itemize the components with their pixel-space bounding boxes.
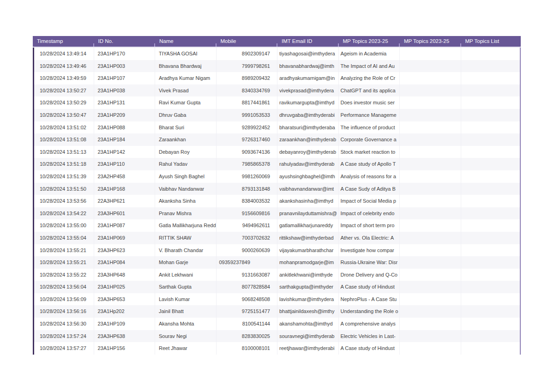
cell-id[interactable]: 22A3HP621 (94, 195, 156, 207)
cell-email[interactable]: vivekprasad@imthydera (277, 84, 339, 97)
cell-email[interactable]: mohanpramodgarje@im (277, 256, 339, 269)
column-header-topic2[interactable]: MP Topics 2023-25 (400, 36, 461, 47)
cell-timestamp[interactable]: 10/28/2024 13:51:50 (33, 183, 94, 195)
cell-topic[interactable]: A Case study of Apollo T (339, 158, 400, 170)
column-header-email[interactable]: IMT Email ID (277, 36, 339, 47)
cell-topics_list[interactable] (461, 330, 521, 343)
cell-id[interactable]: 23A1Hp202 (94, 305, 156, 318)
cell-email[interactable]: bhavanabhardwaj@imth (277, 60, 339, 72)
cell-id[interactable]: 23A1HP038 (94, 84, 156, 97)
cell-mobile[interactable]: 7003702632 (217, 232, 278, 244)
cell-topic[interactable]: Performance Manageme (339, 109, 400, 121)
cell-topic[interactable]: Electric Vehicles in Last- (339, 330, 400, 343)
cell-email[interactable]: tiyashagosai@imthydera (277, 48, 339, 60)
column-header-mobile[interactable]: Mobile (217, 36, 278, 47)
cell-topic2[interactable] (400, 48, 461, 60)
cell-email[interactable]: aradhyakumarnigam@in (277, 72, 339, 84)
cell-timestamp[interactable]: 10/28/2024 13:55:04 (33, 232, 94, 244)
cell-email[interactable]: debayanroy@imthyderab (277, 146, 339, 158)
cell-mobile[interactable]: 7999798261 (217, 60, 278, 72)
column-header-name[interactable]: Name (155, 36, 217, 47)
cell-topics_list[interactable] (461, 183, 521, 195)
cell-name[interactable]: RITTIK SHAW (155, 232, 217, 244)
cell-id[interactable]: 23A1HP087 (94, 219, 156, 232)
cell-id[interactable]: 23A1HP209 (94, 109, 156, 121)
cell-name[interactable]: Dhruv Gaba (155, 109, 217, 121)
cell-topics_list[interactable] (461, 281, 521, 293)
cell-name[interactable]: Ayush Singh Baghel (155, 170, 217, 183)
cell-topic2[interactable] (400, 342, 461, 355)
cell-topics_list[interactable] (461, 219, 521, 232)
cell-timestamp[interactable]: 10/28/2024 13:56:04 (33, 281, 94, 293)
cell-topic[interactable]: Analysis of reasons for a (339, 170, 400, 183)
cell-email[interactable]: ayushsinghbaghel@imth (277, 170, 339, 183)
cell-timestamp[interactable]: 10/28/2024 13:55:21 (33, 244, 94, 257)
cell-id[interactable]: 23A1HP084 (94, 256, 156, 269)
cell-name[interactable]: Mohan Garje (155, 256, 217, 269)
cell-topic[interactable]: Impact of short term pro (339, 219, 400, 232)
cell-topic2[interactable] (400, 330, 461, 343)
cell-topics_list[interactable] (461, 318, 521, 330)
cell-topic2[interactable] (400, 84, 461, 97)
cell-timestamp[interactable]: 10/28/2024 13:57:24 (33, 330, 94, 343)
cell-mobile[interactable]: 9131663087 (217, 269, 278, 281)
cell-id[interactable]: 23A2HP458 (94, 170, 156, 183)
cell-topic[interactable]: Does investor music ser (339, 96, 400, 109)
cell-timestamp[interactable]: 10/28/2024 13:49:59 (33, 72, 94, 84)
cell-mobile[interactable]: 8989209432 (217, 72, 278, 84)
cell-email[interactable]: vaibhavnandanwar@imt (277, 183, 339, 195)
cell-id[interactable]: 23A3HP601 (94, 207, 156, 220)
cell-topic2[interactable] (400, 109, 461, 121)
cell-email[interactable]: zaraankhan@imthyderab (277, 133, 339, 146)
cell-topic[interactable]: Understanding the Role o (339, 305, 400, 318)
cell-topic[interactable]: A comprehensive analys (339, 318, 400, 330)
cell-topics_list[interactable] (461, 158, 521, 170)
cell-mobile[interactable]: 9725151477 (217, 305, 278, 318)
cell-mobile[interactable]: 8384003532 (217, 195, 278, 207)
cell-topic[interactable]: Ather vs. Ola Electric: A (339, 232, 400, 244)
cell-timestamp[interactable]: 10/28/2024 13:56:30 (33, 318, 94, 330)
cell-name[interactable]: V. Bharath Chandar (155, 244, 217, 257)
cell-name[interactable]: Debayan Roy (155, 146, 217, 158)
cell-name[interactable]: Reet Jhawar (155, 342, 217, 355)
cell-topic[interactable]: Analyzing the Role of Cr (339, 72, 400, 84)
cell-name[interactable]: TIYASHA GOSAI (155, 48, 217, 60)
cell-topic[interactable]: A Case study of Hindust (339, 342, 400, 355)
cell-topics_list[interactable] (461, 207, 521, 220)
cell-timestamp[interactable]: 10/28/2024 13:56:09 (33, 293, 94, 306)
cell-id[interactable]: 23A1HP107 (94, 72, 156, 84)
cell-topic2[interactable] (400, 170, 461, 183)
cell-id[interactable]: 23A1HP156 (94, 342, 156, 355)
cell-name[interactable]: Vaibhav Nandanwar (155, 183, 217, 195)
cell-topic2[interactable] (400, 60, 461, 72)
cell-name[interactable]: Ankit Lekhwani (155, 269, 217, 281)
column-header-topics_list[interactable]: MP Topics List (461, 36, 521, 47)
cell-topic[interactable]: The influence of product (339, 121, 400, 134)
column-header-topic[interactable]: MP Topics 2023-25 (339, 36, 400, 47)
cell-timestamp[interactable]: 10/28/2024 13:56:16 (33, 305, 94, 318)
cell-name[interactable]: Rahul Yadav (155, 158, 217, 170)
cell-topic[interactable]: A Case Sudy of Aditya B (339, 183, 400, 195)
cell-name[interactable]: Aradhya Kumar Nigam (155, 72, 217, 84)
cell-mobile[interactable]: 9494962611 (217, 219, 278, 232)
cell-name[interactable]: Gatla Mallikharjuna Redd (155, 219, 217, 232)
cell-name[interactable]: Jainil Bhatt (155, 305, 217, 318)
cell-topics_list[interactable] (461, 48, 521, 60)
cell-name[interactable]: Akanksha Sinha (155, 195, 217, 207)
cell-topic2[interactable] (400, 121, 461, 134)
cell-topics_list[interactable] (461, 84, 521, 97)
cell-mobile[interactable]: 8340334769 (217, 84, 278, 97)
cell-timestamp[interactable]: 10/28/2024 13:55:00 (33, 219, 94, 232)
cell-topic2[interactable] (400, 207, 461, 220)
cell-email[interactable]: sarthakgupta@imthyder (277, 281, 339, 293)
cell-topic2[interactable] (400, 146, 461, 158)
cell-id[interactable]: 23A1HP131 (94, 96, 156, 109)
cell-topic[interactable]: Impact of Social Media p (339, 195, 400, 207)
cell-mobile[interactable]: 8100008101 (217, 342, 278, 355)
cell-mobile[interactable]: 9991053533 (217, 109, 278, 121)
cell-mobile[interactable]: 8902309147 (217, 48, 278, 60)
cell-name[interactable]: Sourav Negi (155, 330, 217, 343)
cell-mobile[interactable]: 09359237849 (217, 256, 278, 269)
cell-email[interactable]: gatlamallikharjunareddy (277, 219, 339, 232)
cell-id[interactable]: 23A1HP088 (94, 121, 156, 134)
